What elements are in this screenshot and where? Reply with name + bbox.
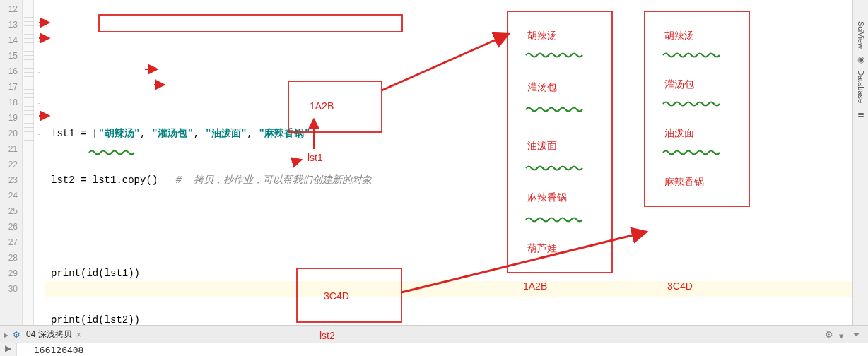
code-token: lst1 = [ [51, 128, 98, 139]
code-token: , [140, 128, 152, 139]
database-tab[interactable]: Database [855, 66, 867, 107]
string-token: "油泼面" [205, 128, 247, 139]
string-token: "胡辣汤" [98, 128, 140, 139]
code-editor[interactable]: 12131415 16171819 20212223 24252627 2829… [0, 0, 852, 325]
sciview-tab[interactable]: SciView [855, 17, 867, 53]
code-token: , [194, 128, 206, 139]
dock-icon[interactable]: ⏷ [852, 329, 861, 340]
code-token: , [247, 128, 259, 139]
code-token: print(id(lst2)) [51, 314, 140, 326]
ide-window: — SciView ◉ Database ≣ 12131415 16171819… [0, 0, 868, 356]
toggle-icon[interactable]: — [857, 6, 865, 16]
code-token: print(id(lst1)) [51, 268, 140, 279]
string-token: "麻辣香锅" [259, 128, 310, 139]
python-file-icon: ⚙ [13, 330, 20, 340]
line-gutter: 12131415 16171819 20212223 24252627 2829… [0, 0, 23, 325]
scilab-icon: ◉ [857, 54, 864, 64]
fold-track: --- ---- -- [34, 0, 45, 325]
code-token: lst2 = lst1.copy() [51, 174, 175, 186]
breakpoint-track[interactable] [23, 0, 34, 325]
string-token: "灌汤包" [152, 128, 194, 139]
right-tool-strip: — SciView ◉ Database ≣ [852, 0, 868, 325]
fold-indicator [24, 17, 34, 141]
expand-collapse-icon[interactable]: ▸ [4, 330, 8, 340]
database-icon: ≣ [857, 109, 864, 119]
code-token: ] [310, 128, 316, 139]
code-area[interactable]: lst1 = ["胡辣汤", "灌汤包", "油泼面", "麻辣香锅"] lst… [45, 0, 852, 325]
comment-token: # 拷贝，抄作业，可以帮我们创建新的对象 [175, 174, 371, 186]
